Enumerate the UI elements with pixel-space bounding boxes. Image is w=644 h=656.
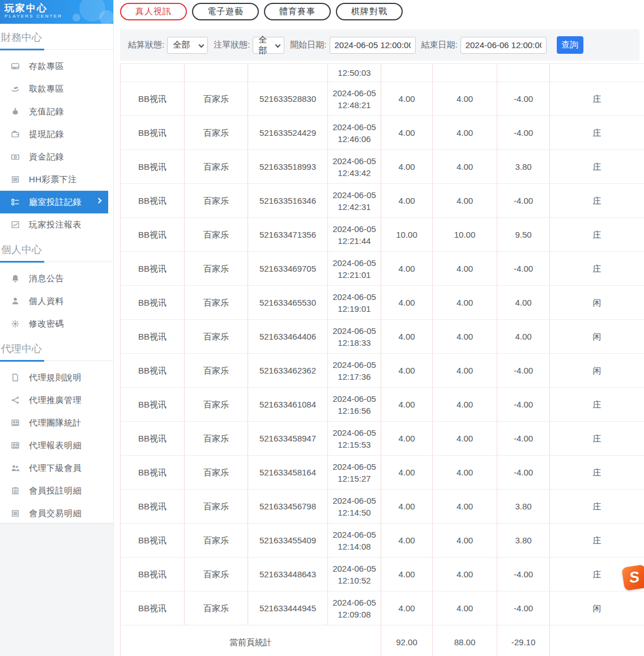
sidebar-item-member-trade-detail[interactable]: 會員交易明細 [0,502,113,525]
sidebar-item-label: 代理下級會員 [29,463,82,474]
cell-payout: 4.00 [497,320,550,354]
list-doc-icon [11,175,20,184]
sidebar-item-hall-bet-record[interactable]: 廳室投註記錄 [0,191,108,213]
chart-icon [11,220,20,229]
cell-datetime: 2024-06-0512:16:56 [328,388,381,422]
cell-payout: -4.00 [497,82,550,116]
table-row: BB视讯百家乐5216335163462024-06-0512:42:314.0… [121,184,644,218]
clipboard-icon [11,486,20,495]
cell-platform: BB视讯 [121,354,185,388]
cell-order-no: 521633516346 [248,184,328,218]
sidebar: 玩家中心 PLAYERS CENTER 財務中心存款專區取款專區充值記錄提現記錄… [0,0,114,523]
sidebar-item-label: 取款專區 [29,84,64,95]
item-icon-wrap [11,198,20,207]
cell-datetime: 2024-06-0512:15:27 [328,456,381,490]
end-date-label: 結束日期: [421,40,458,50]
cell-order-no: 521633448643 [248,558,328,591]
order-status-select[interactable]: 全部 [253,37,284,54]
sidebar-item-recharge-record[interactable]: 充值記錄 [0,100,113,123]
table-row: BB视讯百家乐5216334610842024-06-0512:16:564.0… [121,388,644,422]
sidebar-footer-area [0,523,114,656]
settle-status-select[interactable]: 全部 [167,37,208,54]
sidebar-item-label: 會員投註明細 [29,486,82,496]
chevron-down-icon [199,42,204,48]
section-items: 存款專區取款專區充值記錄提現記錄資金記錄HH彩票下注廳室投註記錄玩家投注報表 [0,50,113,236]
settle-status-value: 全部 [173,40,190,50]
cell-datetime: 2024-06-0512:14:08 [328,524,381,558]
item-icon-wrap [11,319,20,329]
sidebar-item-label: 資金記錄 [29,152,64,162]
cell-order-no: 521633469705 [248,252,328,286]
section-items: 代理規則說明代理推廣管理代理團隊統計代理報表明細代理下級會員會員投註明細會員交易… [0,362,113,525]
cell-bet: 10.00 [381,218,433,252]
table-row: BB视讯百家乐5216334655302024-06-0512:19:014.0… [121,286,644,320]
item-icon-wrap [11,396,20,405]
cell-payout: -4.00 [497,252,550,286]
sidebar-item-player-bet-report[interactable]: 玩家投注報表 [0,213,113,236]
sidebar-item-label: 代理團隊統計 [29,418,82,428]
sidebar-item-deposit-area[interactable]: 存款專區 [0,55,113,78]
cell-payout: 3.80 [497,524,550,558]
doc-icon [11,373,20,382]
summary-label: 當前頁統計 [121,625,381,656]
sidebar-item-label: 玩家投注報表 [29,220,82,230]
cell-valid: 4.00 [433,490,497,524]
sogou-ime-icon[interactable]: S [621,564,644,591]
cell-payout: 3.80 [497,150,550,184]
sidebar-item-member-bet-detail[interactable]: 會員投註明細 [0,479,113,502]
cell-result: 庄 [550,218,644,252]
sidebar-item-label: 修改密碼 [29,319,64,329]
sidebar-item-withdraw-record[interactable]: 提現記錄 [0,123,113,145]
sidebar-item-change-password[interactable]: 修改密碼 [0,312,113,335]
cell-order-no: 521633462362 [248,354,328,388]
cell-payout: 3.80 [497,490,550,524]
bell-icon [11,274,20,283]
cell-payout: -4.00 [497,456,550,490]
tab-live-video[interactable]: 真人視訊 [120,3,187,20]
sidebar-item-hh-lottery-bet[interactable]: HH彩票下注 [0,168,113,191]
summary-empty [550,625,644,656]
tab-sports[interactable]: 體育賽事 [264,3,331,20]
sidebar-item-withdraw-area[interactable]: 取款專區 [0,78,113,100]
cell-datetime: 2024-06-0512:14:50 [328,490,381,524]
cash-icon [11,152,20,161]
sidebar-item-agent-report-detail[interactable]: 代理報表明細 [0,434,113,457]
sidebar-item-label: HH彩票下注 [29,174,77,185]
query-button[interactable]: 查詢 [557,36,583,54]
cell-payout: -4.00 [497,558,550,591]
cell-platform: BB视讯 [121,150,185,184]
person-icon [11,297,20,306]
end-date-input[interactable] [460,37,547,54]
item-icon-wrap [11,486,20,496]
cell-bet: 4.00 [381,82,433,116]
chevron-right-icon [96,198,102,204]
share-icon [11,396,20,405]
cell-order-no: 521633444945 [248,591,328,625]
section-title: 個人中心 [0,236,113,261]
cell-valid: 4.00 [433,422,497,456]
item-icon-wrap [11,84,20,94]
tab-board-games[interactable]: 棋牌對戰 [336,3,403,20]
cell-order-no: 521633464406 [248,320,328,354]
cell-bet: 4.00 [381,524,433,558]
sidebar-item-agent-promotion[interactable]: 代理推廣管理 [0,389,113,411]
sidebar-item-personal-profile[interactable]: 個人資料 [0,290,113,312]
sidebar-item-agent-sub-members[interactable]: 代理下級會員 [0,457,113,479]
sidebar-item-label: 代理報表明細 [29,440,82,451]
item-icon-wrap [11,107,20,117]
start-date-input[interactable] [330,37,416,54]
tab-e-games[interactable]: 電子遊藝 [192,3,259,20]
cell-valid: 4.00 [433,116,497,150]
cell-platform: BB视讯 [121,591,185,625]
sidebar-item-news-announcement[interactable]: 消息公告 [0,267,113,290]
cell-valid [433,64,497,82]
sidebar-item-agent-team-stats[interactable]: 代理團隊統計 [0,411,113,434]
sidebar-item-fund-record[interactable]: 資金記錄 [0,145,113,168]
cell-valid: 4.00 [433,252,497,286]
cell-game: 百家乐 [185,422,248,456]
item-icon-wrap [11,297,20,306]
sidebar-item-agent-rules[interactable]: 代理規則說明 [0,366,113,389]
cell-order-no: 521633455409 [248,524,328,558]
cell-game: 百家乐 [185,320,248,354]
filter-bar: 結算狀態: 全部 注單狀態: 全部 開始日期: 結束日期: 查詢 [120,29,639,61]
